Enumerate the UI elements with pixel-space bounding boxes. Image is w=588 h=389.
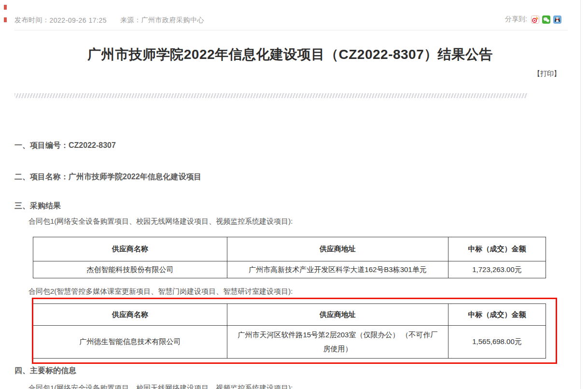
header-supplier-name: 供应商名称 bbox=[33, 237, 227, 261]
page-title: 广州市技师学院2022年信息化建设项目（CZ2022-8307）结果公告 bbox=[0, 45, 580, 64]
result-table-package2: 供应商名称 供应商地址 中标（成交）金额 广州德生智能信息技术有限公司 广州市天… bbox=[33, 303, 546, 359]
announcement-page: 发布时间：2022-09-26 17:25来源：广州市政府采购中心 分享到: bbox=[0, 0, 588, 389]
header-divider bbox=[14, 30, 568, 30]
source-value: 广州市政府采购中心 bbox=[141, 16, 205, 24]
section-procurement-result: 三、采购结果 bbox=[14, 201, 61, 211]
print-button[interactable]: 【打印】 bbox=[533, 70, 560, 78]
section-main-subject-info: 四、主要标的信息 bbox=[14, 366, 76, 376]
supplier-name-cell: 杰创智能科技股份有限公司 bbox=[33, 261, 227, 278]
award-amount-cell: 1,565,698.00元 bbox=[448, 326, 546, 359]
section-project-number: 一、项目编号：CZ2022-8307 bbox=[14, 141, 116, 151]
clipped-package-line: 合同包1(网络安全设备购置项目、校园无线网络建设项目、视频监控系统建设项目): bbox=[28, 384, 293, 389]
header-supplier-name: 供应商名称 bbox=[33, 304, 227, 326]
red-artifact bbox=[4, 5, 7, 10]
result-table-package1: 供应商名称 供应商地址 中标（成交）金额 杰创智能科技股份有限公司 广州市高新技… bbox=[33, 237, 546, 278]
publish-time-label: 发布时间： bbox=[14, 16, 50, 24]
wechat-share-icon[interactable] bbox=[542, 15, 550, 24]
table-row: 广州德生智能信息技术有限公司 广州市天河区软件路15号第2层203室（仅限办公）… bbox=[33, 326, 546, 359]
hatched-separator bbox=[14, 93, 527, 98]
table-row: 杰创智能科技股份有限公司 广州市高新技术产业开发区科学大道162号B3栋301单… bbox=[33, 261, 546, 278]
header-award-amount: 中标（成交）金额 bbox=[448, 237, 546, 261]
package1-intro: 合同包1(网络安全设备购置项目、校园无线网络建设项目、视频监控系统建设项目): bbox=[28, 217, 293, 226]
share-label: 分享到: bbox=[505, 15, 527, 24]
supplier-name-cell: 广州德生智能信息技术有限公司 bbox=[33, 326, 227, 359]
publish-time-value: 2022-09-26 17:25 bbox=[50, 16, 107, 24]
table-header-row: 供应商名称 供应商地址 中标（成交）金额 bbox=[33, 304, 546, 326]
supplier-address-cell: 广州市高新技术产业开发区科学大道162号B3栋301单元 bbox=[227, 261, 448, 278]
package2-intro: 合同包2(智慧管控多媒体课室更新项目、智慧门岗建设项目、智慧研讨室建设项目): bbox=[28, 287, 293, 296]
header-supplier-address: 供应商地址 bbox=[227, 237, 448, 261]
red-artifact bbox=[4, 17, 7, 22]
weibo-share-icon[interactable] bbox=[531, 15, 539, 24]
supplier-address-cell: 广州市天河区软件路15号第2层203室（仅限办公） （不可作厂房使用） bbox=[227, 326, 448, 359]
award-amount-cell: 1,723,263.00元 bbox=[448, 261, 546, 278]
section-project-name: 二、项目名称：广州市技师学院2022年信息化建设项目 bbox=[14, 172, 202, 182]
content-right-border bbox=[580, 0, 581, 389]
qq-share-icon[interactable] bbox=[553, 15, 561, 24]
header-award-amount: 中标（成交）金额 bbox=[448, 304, 546, 326]
header-supplier-address: 供应商地址 bbox=[227, 304, 448, 326]
table-header-row: 供应商名称 供应商地址 中标（成交）金额 bbox=[33, 237, 546, 261]
source-label: 来源： bbox=[120, 16, 141, 24]
share-bar: 分享到: bbox=[505, 15, 561, 24]
publish-meta: 发布时间：2022-09-26 17:25来源：广州市政府采购中心 bbox=[14, 16, 204, 25]
